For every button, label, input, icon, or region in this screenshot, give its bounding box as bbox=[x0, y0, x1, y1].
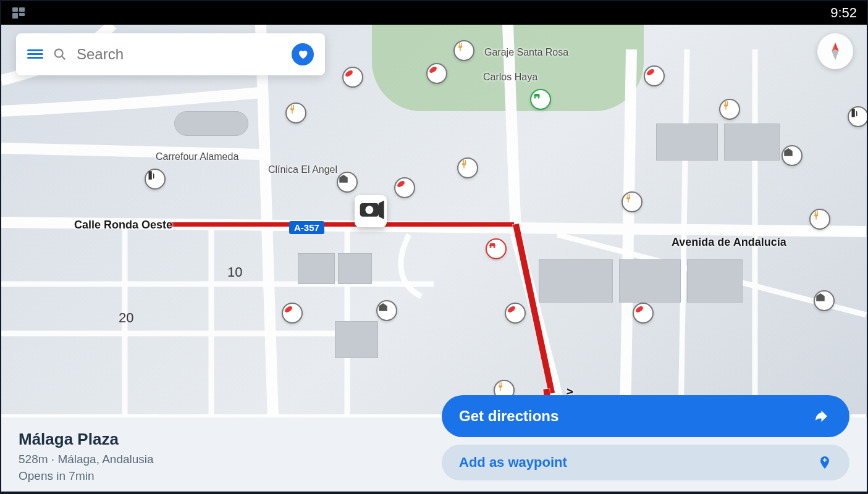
poi-food-icon[interactable] bbox=[809, 209, 830, 230]
poi-garage-icon[interactable] bbox=[782, 145, 803, 166]
compass-icon bbox=[825, 41, 846, 62]
road-badge: A-357 bbox=[289, 221, 324, 234]
route-segment bbox=[168, 222, 514, 227]
place-distance: 528m bbox=[19, 453, 48, 466]
poi-taxi-icon[interactable] bbox=[530, 89, 551, 110]
add-waypoint-button[interactable]: Add as waypoint bbox=[442, 445, 849, 480]
place-location: Málaga, Andalusia bbox=[57, 453, 153, 466]
svg-point-4 bbox=[344, 69, 353, 78]
svg-rect-1 bbox=[19, 7, 25, 12]
compass-button[interactable] bbox=[817, 33, 853, 69]
poi-pharmacy-icon[interactable] bbox=[633, 303, 654, 324]
directions-arrow-icon bbox=[815, 408, 832, 425]
add-waypoint-label: Add as waypoint bbox=[459, 454, 567, 471]
svg-point-12 bbox=[365, 206, 373, 214]
poi-pharmacy-icon[interactable] bbox=[282, 303, 303, 324]
poi-food-icon[interactable] bbox=[622, 191, 643, 212]
get-directions-button[interactable]: Get directions bbox=[442, 395, 849, 437]
status-bar: 9:52 bbox=[1, 1, 867, 25]
svg-rect-3 bbox=[19, 13, 25, 16]
search-icon bbox=[53, 48, 67, 61]
svg-point-9 bbox=[507, 305, 516, 314]
favorites-button[interactable] bbox=[292, 43, 314, 65]
get-directions-label: Get directions bbox=[459, 408, 558, 425]
poi-label: Carrefour Alameda bbox=[156, 151, 238, 162]
poi-fuel-icon[interactable] bbox=[848, 106, 867, 127]
poi-garage-icon[interactable] bbox=[814, 290, 835, 311]
poi-pharmacy-icon[interactable] bbox=[644, 65, 665, 86]
poi-pharmacy-icon[interactable] bbox=[426, 63, 447, 84]
device-frame: 9:52 bbox=[0, 0, 868, 494]
app-area: Carrefour Alameda Clínica El Angel Calle… bbox=[1, 25, 867, 492]
search-bar bbox=[16, 33, 325, 75]
house-number: 10 bbox=[227, 264, 242, 280]
poi-car-current-icon[interactable] bbox=[486, 238, 507, 259]
status-time: 9:52 bbox=[830, 5, 857, 21]
road-label: Calle Ronda Oeste bbox=[74, 219, 172, 232]
poi-food-icon[interactable] bbox=[719, 99, 740, 120]
search-input[interactable] bbox=[77, 46, 282, 63]
svg-point-10 bbox=[634, 305, 644, 314]
poi-fuel-icon[interactable] bbox=[145, 169, 166, 190]
poi-garage-icon[interactable] bbox=[376, 300, 397, 321]
poi-pharmacy-icon[interactable] bbox=[505, 303, 526, 324]
speed-camera-marker[interactable] bbox=[355, 195, 387, 227]
action-buttons: Get directions Add as waypoint bbox=[442, 395, 849, 480]
svg-point-6 bbox=[646, 68, 655, 77]
svg-point-13 bbox=[55, 49, 63, 57]
poi-label: Clínica El Angel bbox=[268, 164, 337, 175]
poi-pharmacy-icon[interactable] bbox=[342, 67, 363, 88]
svg-point-5 bbox=[428, 65, 437, 74]
svg-marker-16 bbox=[832, 49, 838, 60]
heart-icon bbox=[297, 49, 308, 60]
road-label: Avenida de Andalucía bbox=[672, 236, 786, 249]
dashboard-icon bbox=[11, 6, 26, 20]
poi-garage-icon[interactable] bbox=[337, 172, 358, 193]
house-number: 20 bbox=[119, 310, 133, 326]
svg-point-7 bbox=[396, 180, 405, 188]
poi-food-icon[interactable] bbox=[285, 103, 306, 124]
poi-food-icon[interactable] bbox=[453, 40, 474, 61]
svg-point-8 bbox=[284, 305, 293, 314]
menu-icon[interactable] bbox=[27, 48, 43, 61]
poi-pharmacy-icon[interactable] bbox=[394, 177, 415, 198]
poi-label: Garaje Santa Rosa bbox=[484, 47, 568, 58]
place-hours: Opens in 7min bbox=[19, 469, 95, 482]
poi-food-icon[interactable] bbox=[457, 157, 478, 178]
svg-rect-0 bbox=[12, 7, 18, 12]
waypoint-pin-icon bbox=[817, 455, 832, 470]
poi-label: Carlos Haya bbox=[483, 72, 537, 83]
svg-rect-2 bbox=[12, 13, 18, 19]
